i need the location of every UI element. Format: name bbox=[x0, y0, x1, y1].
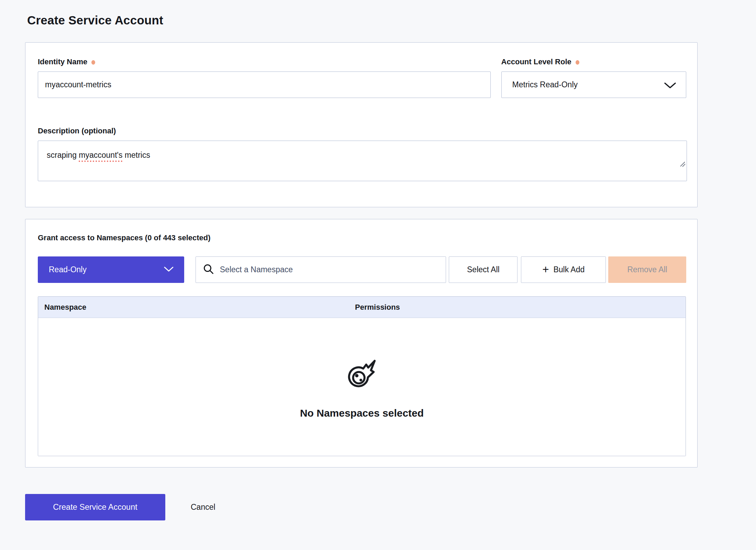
search-icon bbox=[203, 264, 214, 276]
account-level-role-field-group: Account Level Role Metrics Read-Only bbox=[501, 57, 686, 98]
required-dot-icon bbox=[91, 60, 95, 65]
identity-name-label: Identity Name bbox=[38, 57, 491, 66]
identity-name-label-text: Identity Name bbox=[38, 57, 87, 66]
empty-state-text: No Namespaces selected bbox=[300, 407, 424, 419]
description-text: metrics bbox=[122, 151, 150, 160]
description-label: Description (optional) bbox=[38, 126, 686, 135]
bulk-add-label: Bulk Add bbox=[553, 265, 585, 274]
remove-all-button: Remove All bbox=[608, 256, 686, 283]
account-level-role-label: Account Level Role bbox=[501, 57, 686, 66]
plus-icon: + bbox=[542, 264, 549, 275]
namespaces-heading: Grant access to Namespaces (0 of 443 sel… bbox=[38, 233, 686, 242]
comet-icon bbox=[345, 356, 379, 392]
account-level-role-select[interactable]: Metrics Read-Only bbox=[501, 72, 686, 98]
column-header-permissions: Permissions bbox=[355, 303, 686, 312]
permission-role-dropdown[interactable]: Read-Only bbox=[38, 256, 184, 283]
description-misspelled-word: myaccount's bbox=[79, 151, 122, 160]
permission-role-value: Read-Only bbox=[49, 265, 87, 274]
description-field-group: Description (optional) scraping myaccoun… bbox=[38, 126, 686, 181]
namespace-search[interactable] bbox=[196, 256, 446, 283]
account-level-role-label-text: Account Level Role bbox=[501, 57, 571, 66]
required-dot-icon bbox=[576, 60, 579, 65]
description-text: scraping bbox=[47, 151, 79, 160]
namespaces-controls: Read-Only Select All + Bulk Add Remove A… bbox=[38, 256, 686, 283]
details-top-row: Identity Name Account Level Role Metrics… bbox=[38, 57, 686, 98]
description-textarea[interactable]: scraping myaccount's metrics bbox=[38, 141, 687, 181]
create-service-account-page: Create Service Account Identity Name Acc… bbox=[0, 0, 756, 550]
bulk-add-button[interactable]: + Bulk Add bbox=[521, 256, 606, 283]
form-actions: Create Service Account Cancel bbox=[25, 494, 756, 520]
column-header-namespace: Namespace bbox=[38, 303, 355, 312]
chevron-down-icon bbox=[164, 265, 174, 274]
identity-name-input[interactable] bbox=[38, 72, 491, 98]
page-title: Create Service Account bbox=[0, 0, 756, 29]
details-card: Identity Name Account Level Role Metrics… bbox=[25, 42, 698, 207]
identity-name-field-group: Identity Name bbox=[38, 57, 491, 98]
cancel-button[interactable]: Cancel bbox=[189, 502, 218, 512]
account-level-role-value: Metrics Read-Only bbox=[512, 80, 578, 89]
namespaces-table-header: Namespace Permissions bbox=[38, 297, 686, 318]
namespace-search-input[interactable] bbox=[219, 265, 440, 275]
resize-grip-icon[interactable] bbox=[658, 149, 686, 180]
create-service-account-button[interactable]: Create Service Account bbox=[25, 494, 165, 520]
namespaces-table-body: No Namespaces selected bbox=[38, 318, 686, 456]
chevron-down-icon bbox=[664, 82, 676, 91]
select-all-button[interactable]: Select All bbox=[449, 256, 518, 283]
namespaces-card: Grant access to Namespaces (0 of 443 sel… bbox=[25, 219, 698, 468]
namespaces-table: Namespace Permissions No Namespaces sele… bbox=[38, 296, 686, 456]
